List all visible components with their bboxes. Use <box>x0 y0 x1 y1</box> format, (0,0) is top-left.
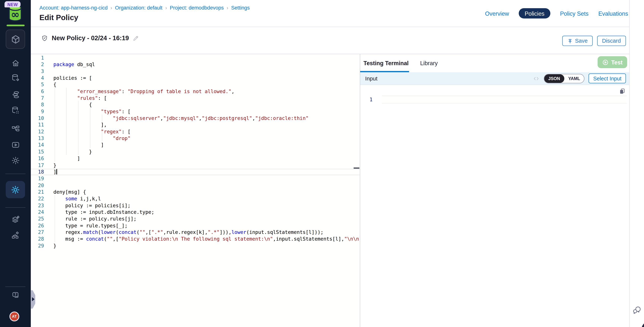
code-token: ] <box>54 169 56 175</box>
code-line[interactable]: 16 ] <box>31 155 360 162</box>
code-line[interactable]: 1 <box>31 54 360 61</box>
line-number: 14 <box>31 142 44 148</box>
code-token: : [ <box>122 129 131 135</box>
code-line[interactable]: 13 "drop" <box>31 135 360 142</box>
chat-widget-bubble[interactable] <box>642 322 644 327</box>
nav-item-policies[interactable]: Policies <box>519 8 550 18</box>
code-token: , <box>160 115 163 121</box>
nav-item-policy-sets[interactable]: Policy Sets <box>560 10 589 16</box>
nav-item-overview[interactable]: Overview <box>485 10 509 16</box>
code-line[interactable]: 14 ] <box>31 142 360 148</box>
code-line[interactable]: 7 "rules": [ <box>31 95 360 101</box>
code-line[interactable]: 17} <box>31 162 360 169</box>
format-option-yaml[interactable]: YAML <box>564 74 584 83</box>
right-strip <box>630 0 644 327</box>
code-token: : <box>122 88 128 94</box>
code-line[interactable]: 24 type := input.dbInstance.type; <box>31 209 360 216</box>
code-line[interactable]: 22 some i,j,k,l <box>31 196 360 202</box>
breadcrumb-item[interactable]: Project: demodbdevops <box>170 5 224 10</box>
chat-support-button[interactable] <box>632 306 642 315</box>
breadcrumb-item[interactable]: Account: app-harness-ng-cicd <box>40 5 108 10</box>
code-line[interactable]: 28 msg := concat("",["Policy violation:\… <box>31 236 360 243</box>
line-number: 15 <box>31 148 44 155</box>
select-input-button[interactable]: Select Input <box>589 73 626 83</box>
breadcrumb: Account: app-harness-ng-cicd›Organizatio… <box>40 5 250 10</box>
code-line[interactable]: 10 "jdbc:sqlserver","jdbc:mysql","jdbc:p… <box>31 115 360 122</box>
keyword-token: match <box>83 229 98 235</box>
string-token: "Dropping of table is not allowed." <box>128 88 232 94</box>
sidebar-item-database-settings[interactable] <box>0 73 31 82</box>
breadcrumb-item[interactable]: Settings <box>231 5 250 10</box>
breadcrumb-item[interactable]: Organization: default <box>115 5 162 10</box>
header-divider <box>31 27 629 27</box>
string-token: ".*" <box>151 229 163 235</box>
code-line[interactable]: 23 policy := policies[i]; <box>31 202 360 209</box>
save-button[interactable]: Save <box>562 36 592 46</box>
code-line[interactable]: 29} <box>31 243 360 249</box>
code-token: msg := <box>54 236 86 242</box>
tab-library[interactable]: Library <box>420 60 438 66</box>
code-line[interactable]: 4policies := [ <box>31 75 360 81</box>
sidebar-item-layers-settings[interactable] <box>0 215 31 224</box>
code-line[interactable]: 27 regex.match(lower(concat("",[".*",rul… <box>31 229 360 236</box>
policy-code-editor[interactable]: 12package db_sql34policies := [5{6 "erro… <box>31 54 360 327</box>
sidebar-item-project-settings-active[interactable] <box>6 181 25 198</box>
code-token: type = rule.types[_]; <box>54 223 128 229</box>
code-lines: 12package db_sql34policies := [5{6 "erro… <box>31 54 360 249</box>
user-avatar[interactable]: AT <box>10 312 20 322</box>
sidebar-item-org-settings[interactable] <box>0 231 31 240</box>
code-line[interactable]: 8 { <box>31 101 360 108</box>
discard-button[interactable]: Discard <box>597 36 626 46</box>
code-line[interactable]: 20 <box>31 182 360 189</box>
input-editor-line[interactable] <box>382 96 627 103</box>
code-line[interactable]: 19 <box>31 175 360 182</box>
line-number: 2 <box>31 61 44 68</box>
sidebar-item-database-instances[interactable] <box>0 106 31 115</box>
code-token <box>54 95 77 101</box>
code-line[interactable]: 11 ], <box>31 122 360 128</box>
code-line[interactable]: 9 "types": [ <box>31 108 360 115</box>
code-line[interactable]: 25 rule := policy.rules[j]; <box>31 216 360 222</box>
new-badge: NEW <box>4 1 21 7</box>
code-token: ] <box>54 156 80 161</box>
input-line-number: 1 <box>366 96 372 103</box>
sidebar-item-module-selector[interactable] <box>6 30 25 49</box>
test-button[interactable]: Test <box>598 56 627 68</box>
help-chat-icon: ? <box>11 291 20 300</box>
string-token: "drop" <box>113 136 131 141</box>
sidebar-item-settings[interactable] <box>0 156 31 165</box>
breadcrumb-separator: › <box>226 5 228 10</box>
code-line[interactable]: 2package db_sql <box>31 61 360 68</box>
sidebar-item-pipelines[interactable] <box>0 124 31 133</box>
code-line[interactable]: 12 "regex": [ <box>31 128 360 135</box>
code-token: ] <box>54 142 104 148</box>
code-line[interactable]: 21deny[msg] { <box>31 189 360 196</box>
code-line[interactable]: 6 "error_message": "Dropping of table is… <box>31 88 360 95</box>
code-text: rule := policy.rules[j]; <box>54 216 136 222</box>
nav-item-evaluations[interactable]: Evaluations <box>598 10 628 16</box>
code-line[interactable]: 26 type = rule.types[_]; <box>31 222 360 229</box>
tab-testing-terminal[interactable]: Testing Terminal <box>364 60 409 66</box>
sidebar-item-help[interactable]: ? <box>0 291 31 300</box>
line-number: 27 <box>31 229 44 236</box>
code-text: "regex": [ <box>54 128 131 135</box>
string-token: "error_message" <box>77 88 122 94</box>
copy-button[interactable] <box>619 88 626 94</box>
code-text: some i,j,k,l <box>54 196 101 202</box>
code-line[interactable]: 5{ <box>31 81 360 88</box>
code-line[interactable]: 15 } <box>31 148 360 155</box>
string-token: "types" <box>101 109 122 114</box>
line-number: 12 <box>31 128 44 135</box>
svg-text:?: ? <box>14 293 16 297</box>
code-token: deny[msg] { <box>54 189 86 195</box>
code-line[interactable]: 18] <box>31 169 360 175</box>
code-line[interactable]: 3 <box>31 68 360 75</box>
format-option-json[interactable]: JSON <box>544 74 564 83</box>
package-cube-icon <box>10 34 21 44</box>
edit-pencil-icon[interactable] <box>133 35 139 41</box>
sidebar-item-cost[interactable] <box>0 90 31 99</box>
sidebar-item-executions[interactable] <box>0 140 31 149</box>
keyword-token: concat <box>119 229 136 235</box>
code-text: } <box>54 148 92 155</box>
sidebar-item-home[interactable] <box>0 59 31 68</box>
